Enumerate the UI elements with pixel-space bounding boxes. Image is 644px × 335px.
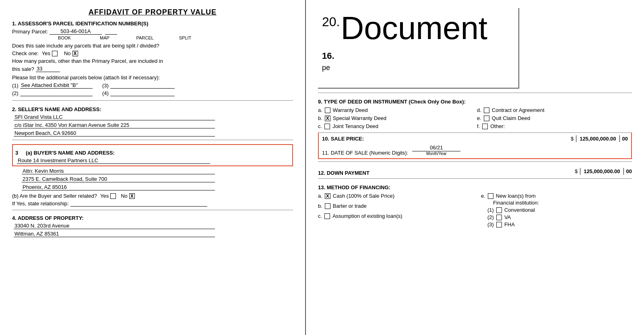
deed-letter-d: d. bbox=[477, 107, 481, 113]
buyer-addr3: Phoenix, AZ 85016 bbox=[22, 184, 215, 190]
fin-sub-1: (1) Conventional bbox=[487, 207, 632, 213]
check-one-label: Check one: bbox=[12, 50, 39, 56]
financing-a: a. X Cash (100% of Sale Price) bbox=[318, 193, 469, 199]
relationship-label: If Yes, state relationship: bbox=[12, 201, 69, 207]
buyer-addr-section: Attn: Kevin Morris 2375 E. Camelback Roa… bbox=[20, 168, 293, 190]
deed-label-d: Contract or Agreement bbox=[492, 107, 545, 113]
sale-amount: 125,000,000.00 bbox=[576, 135, 619, 142]
deed-label-c: Joint Tenancy Deed bbox=[332, 123, 378, 129]
col-map: MAP bbox=[85, 35, 125, 40]
fin-checkbox-conv[interactable] bbox=[496, 207, 502, 213]
buyer-addr1: Attn: Kevin Morris bbox=[22, 168, 215, 174]
fin-checkbox-fha[interactable] bbox=[496, 222, 502, 227]
fin-checkbox-b[interactable] bbox=[325, 203, 330, 209]
down-amount: 125,000,000.00 bbox=[580, 168, 623, 175]
fin-checkbox-e[interactable] bbox=[488, 193, 493, 199]
yes-label-3b: Yes bbox=[100, 193, 109, 199]
item1-label: (1) bbox=[12, 83, 19, 89]
fin-letter-e: e. bbox=[481, 193, 485, 199]
sale-price-label: 10. SALE PRICE: bbox=[322, 136, 364, 142]
seller-addr1-line: c/o iStar Inc. 4350 Von Karman Avenue Su… bbox=[12, 122, 293, 128]
deed-letter-a: a. bbox=[318, 107, 322, 113]
down-cents: 00 bbox=[626, 168, 632, 174]
section1-label: 1. ASSESSOR'S PARCEL IDENTIFICATION NUMB… bbox=[12, 21, 293, 27]
doc-title-area: 20. Document bbox=[322, 12, 514, 44]
section12: 12. DOWN PAYMENT $ 125,000,000.00 00 bbox=[318, 161, 632, 176]
section3-num: 3 bbox=[15, 150, 23, 156]
doc-num-prefix: 20. bbox=[322, 14, 340, 29]
no-checkbox-1[interactable]: X bbox=[72, 51, 78, 56]
yes-checkbox[interactable] bbox=[52, 51, 58, 56]
section13: 13. METHOD OF FINANCING: a. X Cash (100%… bbox=[318, 178, 632, 227]
deed-letter-f: f. bbox=[477, 123, 480, 129]
fin-checkbox-a[interactable]: X bbox=[325, 193, 330, 199]
left-panel: AFFIDAVIT OF PROPERTY VALUE 1. ASSESSOR'… bbox=[0, 0, 306, 335]
section4-label: 4. ADDRESS OF PROPERTY: bbox=[12, 215, 293, 221]
financing-grid: a. X Cash (100% of Sale Price) b. Barter… bbox=[318, 193, 632, 227]
seller-name: SFI Grand Vista LLC bbox=[14, 114, 215, 120]
deed-row-d: d. Contract or Agreement bbox=[477, 107, 632, 113]
deed-checkbox-a[interactable] bbox=[325, 108, 330, 113]
fin-label-va: VA bbox=[504, 214, 511, 220]
related-question: (b) Are the Buyer and Seller related? bbox=[12, 193, 97, 199]
deed-letter-b: b. bbox=[318, 115, 322, 121]
item1-line: (1) See Attached Exhibit "B" (3) bbox=[12, 82, 293, 89]
deed-row-e: e. Quit Claim Deed bbox=[477, 115, 632, 121]
buyer-name-line: Route 14 Investment Partners LLC bbox=[15, 157, 290, 164]
deed-row-c: c. Joint Tenancy Deed bbox=[318, 123, 473, 129]
fin-num-2: (2) bbox=[487, 214, 494, 220]
down-payment-row: 12. DOWN PAYMENT $ 125,000,000.00 00 bbox=[318, 167, 632, 176]
section13-label: 13. METHOD OF FINANCING: bbox=[318, 184, 632, 190]
page-label: pe bbox=[322, 64, 514, 72]
primary-parcel-line: Primary Parcel: 503-46-001A bbox=[12, 28, 293, 35]
property-addr2: Wittman, AZ 85361 bbox=[14, 231, 215, 237]
buyer-addr1-line: Attn: Kevin Morris bbox=[20, 168, 293, 174]
relationship-line: If Yes, state relationship: bbox=[12, 201, 293, 207]
fin-sub-2: (2) VA bbox=[487, 214, 632, 220]
fin-label-fha: FHA bbox=[504, 221, 515, 227]
fin-checkbox-c[interactable] bbox=[324, 213, 330, 219]
buyer-box: 3 (a) BUYER'S NAME AND ADDRESS: Route 14… bbox=[12, 144, 293, 166]
property-addr1: 33040 N. 203rd Avenue bbox=[14, 223, 215, 229]
seller-addr2-line: Newport Beach, CA 92660 bbox=[12, 130, 293, 136]
sale-price-section: 10. SALE PRICE: $ 125,000,000.00 00 11. … bbox=[318, 132, 632, 159]
deed-label-e: Quit Claim Deed bbox=[492, 115, 530, 121]
deed-letter-c: c. bbox=[318, 123, 322, 129]
section3: 3 (a) BUYER'S NAME AND ADDRESS: Route 14… bbox=[12, 140, 293, 207]
sale-price-value: $ 125,000,000.00 00 bbox=[571, 135, 628, 142]
section2: 2. SELLER'S NAME AND ADDRESS: SFI Grand … bbox=[12, 100, 293, 136]
deed-label-a: Warranty Deed bbox=[333, 107, 368, 113]
col-book: BOOK bbox=[44, 35, 85, 40]
deed-row-f: f. Other: bbox=[477, 123, 632, 129]
buyer-addr2-line: 2375 E. Camelback Road, Suite 700 bbox=[20, 176, 293, 182]
item3-field bbox=[110, 88, 175, 89]
relationship-field bbox=[70, 206, 207, 207]
this-sale-line: this sale? 33 bbox=[12, 66, 293, 72]
yes-checkbox-3b[interactable] bbox=[110, 193, 116, 199]
deed-checkbox-f[interactable] bbox=[482, 124, 488, 129]
deed-label-f: Other: bbox=[490, 123, 505, 129]
fin-label-e: New loan(s) from bbox=[496, 193, 536, 199]
seller-name-line: SFI Grand Vista LLC bbox=[12, 114, 293, 120]
no-checkbox-3b[interactable]: X bbox=[129, 193, 135, 199]
item4-field bbox=[110, 96, 175, 96]
no-label-3b: No bbox=[121, 193, 128, 199]
fin-checkbox-va[interactable] bbox=[496, 215, 502, 220]
fin-label-b: Barter or trade bbox=[333, 203, 367, 209]
no-label: No bbox=[64, 50, 71, 56]
deed-checkbox-e[interactable] bbox=[484, 116, 489, 121]
deed-checkbox-b[interactable]: X bbox=[325, 116, 330, 121]
doc-title: Document bbox=[341, 12, 487, 44]
down-payment-value: $ 125,000,000.00 00 bbox=[575, 168, 632, 175]
section2-label: 2. SELLER'S NAME AND ADDRESS: bbox=[12, 106, 293, 112]
parcel-dash bbox=[105, 34, 117, 35]
other-parcels-text: How many parcels, other than the Primary… bbox=[12, 58, 293, 64]
dollar-sign-10: $ bbox=[571, 136, 574, 142]
page-prefix: 16. bbox=[322, 51, 514, 61]
deed-checkbox-d[interactable] bbox=[484, 108, 489, 113]
date-value: 06/21 bbox=[412, 145, 460, 151]
col-parcel: PARCEL bbox=[125, 35, 165, 40]
deed-checkbox-c[interactable] bbox=[324, 124, 330, 129]
section3-sub-label: (a) BUYER'S NAME AND ADDRESS: bbox=[26, 150, 115, 156]
fin-letter-a: a. bbox=[318, 193, 322, 199]
